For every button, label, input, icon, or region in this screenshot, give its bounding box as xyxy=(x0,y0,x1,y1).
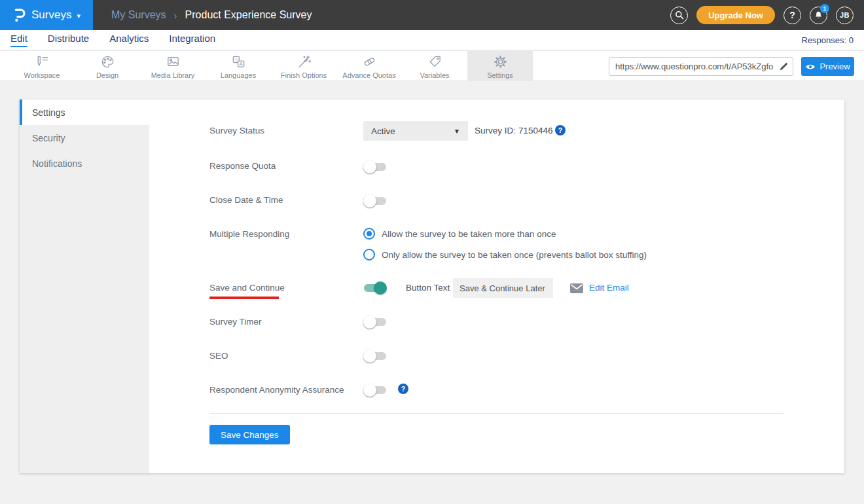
survey-status-dropdown[interactable]: Active ▼ xyxy=(363,121,468,141)
settings-gear-icon xyxy=(492,54,509,70)
media-library-icon xyxy=(165,54,181,70)
button-text-label: Button Text xyxy=(406,283,450,293)
anonymity-toggle[interactable] xyxy=(363,384,387,397)
tab-edit[interactable]: Edit xyxy=(10,33,27,47)
toolbar-item-workspace[interactable]: Workspace xyxy=(9,51,75,81)
survey-url-input[interactable] xyxy=(615,62,779,71)
chevron-down-icon: ▼ xyxy=(454,128,460,135)
button-text-input[interactable] xyxy=(453,278,553,298)
preview-button[interactable]: Preview xyxy=(801,57,854,76)
edit-url-pencil-icon[interactable] xyxy=(779,62,789,71)
breadcrumb-separator: › xyxy=(174,10,177,21)
search-icon xyxy=(674,10,685,20)
breadcrumb: My Surveys › Product Experience Survey xyxy=(111,9,312,21)
toolbar-item-settings[interactable]: Settings xyxy=(467,51,533,81)
seo-label: SEO xyxy=(209,351,228,361)
settings-card: Settings Security Notifications Survey S… xyxy=(20,99,844,473)
workspace-icon xyxy=(34,54,50,70)
breadcrumb-my-surveys[interactable]: My Surveys xyxy=(111,9,166,21)
toolbar-item-media-library[interactable]: Media Library xyxy=(140,51,206,81)
help-button[interactable]: ? xyxy=(783,7,801,24)
eye-icon xyxy=(805,63,816,71)
survey-url-box xyxy=(609,57,793,76)
radio-once-only[interactable] xyxy=(363,249,375,261)
response-quota-label: Response Quota xyxy=(209,161,276,171)
toolbar-item-variables[interactable]: Variables xyxy=(402,51,467,81)
save-continue-highlight-underline xyxy=(209,297,279,299)
header-actions: Upgrade Now ? 1 JB xyxy=(670,6,864,24)
question-mark-icon: ? xyxy=(789,10,795,20)
survey-id-help-icon[interactable]: ? xyxy=(555,125,566,135)
survey-timer-label: Survey Timer xyxy=(209,317,262,327)
save-changes-button[interactable]: Save Changes xyxy=(209,425,290,444)
finish-options-wand-icon xyxy=(296,54,312,70)
svg-text:A: A xyxy=(239,61,243,67)
survey-id-value: 7150446 xyxy=(518,126,553,135)
email-envelope-icon xyxy=(570,283,583,296)
response-quota-toggle[interactable] xyxy=(363,160,387,173)
close-date-label: Close Date & Time xyxy=(209,195,283,205)
tab-analytics[interactable]: Analytics xyxy=(109,33,149,47)
upgrade-now-button[interactable]: Upgrade Now xyxy=(696,6,775,24)
edit-email-link[interactable]: Edit Email xyxy=(589,283,629,293)
breadcrumb-survey-title: Product Experience Survey xyxy=(185,9,312,21)
toolbar-item-finish-options[interactable]: Finish Options xyxy=(271,51,336,81)
notification-badge: 1 xyxy=(820,4,829,13)
save-continue-label: Save and Continue xyxy=(209,283,285,293)
advance-quotas-chain-icon xyxy=(361,54,378,70)
toolbar-item-advance-quotas[interactable]: Advance Quotas xyxy=(336,51,402,81)
radio-multiple-allowed[interactable] xyxy=(363,228,375,240)
multiple-responding-label: Multiple Responding xyxy=(209,229,289,239)
survey-timer-toggle[interactable] xyxy=(363,315,387,329)
product-switcher[interactable]: Surveys ▾ xyxy=(0,0,93,30)
toolbar-item-languages[interactable]: ☆ A Languages xyxy=(206,51,271,81)
seo-toggle[interactable] xyxy=(363,350,387,363)
tab-distribute[interactable]: Distribute xyxy=(48,33,89,47)
design-palette-icon xyxy=(99,54,116,70)
radio-once-only-label: Only allow the survey to be taken once (… xyxy=(382,250,647,260)
form-divider xyxy=(209,413,783,414)
radio-multiple-allowed-label: Allow the survey to be taken more than o… xyxy=(382,229,556,239)
variables-tag-icon xyxy=(427,54,443,70)
toolbar-item-design[interactable]: Design xyxy=(75,51,140,81)
tab-integration[interactable]: Integration xyxy=(169,33,215,47)
top-header: Surveys ▾ My Surveys › Product Experienc… xyxy=(0,0,864,30)
product-name: Surveys xyxy=(31,9,71,22)
chevron-down-icon: ▾ xyxy=(77,12,81,20)
survey-status-label: Survey Status xyxy=(209,126,264,135)
main-nav: Edit Distribute Analytics Integration Re… xyxy=(0,30,864,50)
user-avatar[interactable]: JB xyxy=(836,7,854,24)
toolbar-items: Workspace Design xyxy=(9,51,533,81)
notifications-button[interactable]: 1 xyxy=(810,7,827,24)
languages-icon: ☆ A xyxy=(230,54,247,70)
settings-form: Survey Status Active ▼ Survey ID: 715044… xyxy=(20,99,844,473)
close-date-toggle[interactable] xyxy=(363,194,387,207)
save-continue-toggle[interactable] xyxy=(363,281,387,295)
search-button[interactable] xyxy=(670,7,688,24)
anonymity-label: Respondent Anonymity Assurance xyxy=(209,385,344,395)
responses-count: Responses: 0 xyxy=(802,35,854,45)
survey-id-label: Survey ID: xyxy=(475,126,516,135)
edit-toolbar: Workspace Design xyxy=(0,51,864,81)
anonymity-help-icon[interactable]: ? xyxy=(398,384,408,394)
questionpro-logo-icon xyxy=(12,7,26,23)
